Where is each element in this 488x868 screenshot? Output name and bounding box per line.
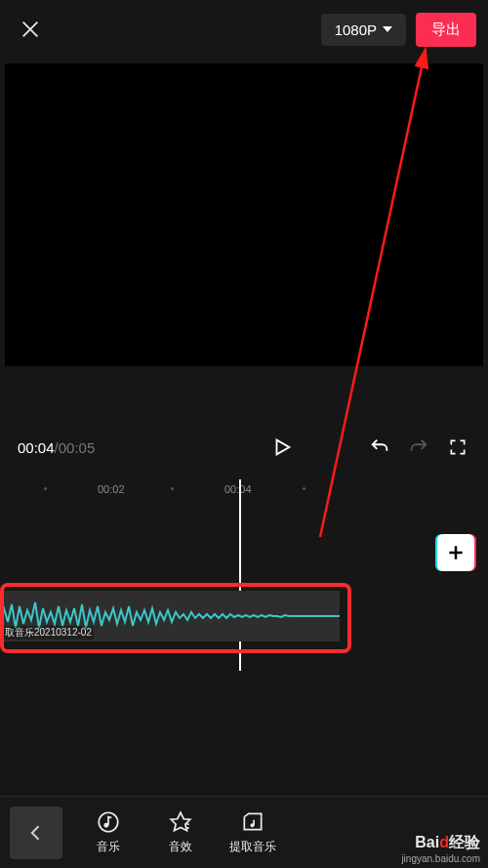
resolution-button[interactable]: 1080P [321,14,406,46]
sfx-icon [168,809,193,835]
undo-button[interactable] [367,434,392,460]
redo-icon [408,436,429,458]
timeline-ruler[interactable]: 00:02 00:04 [0,479,488,505]
time-display: 00:04/00:05 [18,439,95,456]
bottom-toolbar: 音乐 音效 提取音乐 [0,796,488,868]
export-label: 导出 [431,21,461,37]
close-button[interactable] [18,17,43,42]
redo-button [406,434,431,460]
tool-sfx[interactable]: 音效 [144,809,217,855]
chevron-left-icon [26,823,46,843]
back-button[interactable] [10,806,62,859]
timeline[interactable]: 取音乐20210312-02 [0,505,488,671]
top-bar: 1080P 导出 [0,0,488,59]
ruler-tick: 00:04 [224,483,252,495]
current-time: 00:04 [18,439,55,456]
extract-icon [240,809,265,835]
tool-label: 音乐 [97,839,120,855]
play-icon [271,436,293,458]
undo-icon [369,436,390,458]
audio-clip-label: 取音乐20210312-02 [3,626,94,640]
ruler-tick: 00:02 [98,483,125,495]
svg-point-2 [251,823,255,827]
resolution-label: 1080P [335,21,377,38]
playback-controls: 00:04/00:05 [0,415,488,479]
audio-clip[interactable]: 取音乐20210312-02 [0,591,340,641]
chevron-down-icon [383,26,392,32]
tool-music[interactable]: 音乐 [72,809,144,855]
add-clip-button[interactable] [437,534,474,571]
export-button[interactable]: 导出 [416,13,476,47]
total-time: 00:05 [59,439,96,456]
music-icon [96,809,121,835]
fullscreen-icon [448,437,468,457]
close-icon [20,19,41,40]
tool-extract-music[interactable]: 提取音乐 [217,809,289,855]
play-button[interactable] [269,434,295,460]
video-preview[interactable] [5,63,483,366]
fullscreen-button[interactable] [445,434,470,460]
tool-label: 提取音乐 [229,839,276,855]
tool-label: 音效 [169,839,192,855]
plus-icon [446,543,466,562]
playhead[interactable] [239,479,241,671]
